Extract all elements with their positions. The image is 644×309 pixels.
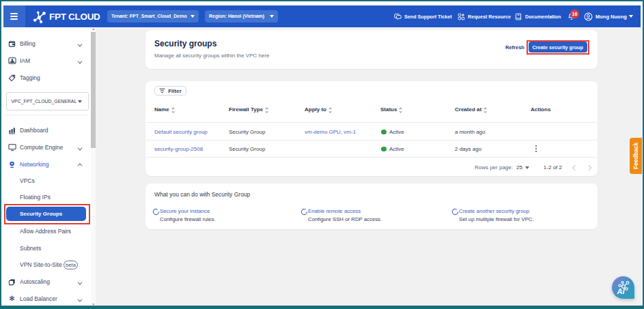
svg-text:AI: AI xyxy=(617,287,626,295)
